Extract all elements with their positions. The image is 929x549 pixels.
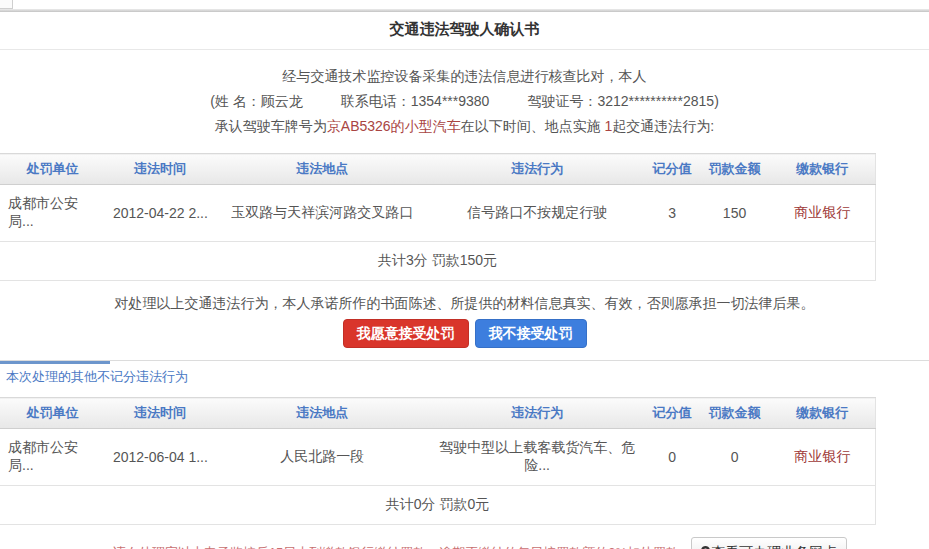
commitment-statement: 对处理以上交通违法行为，本人承诺所作的书面陈述、所提供的材料信息真实、有效，否则… — [0, 281, 929, 319]
intro-text: 经与交通技术监控设备采集的违法信息进行核查比对，本人 (姓 名：顾云龙联系电话：… — [0, 50, 929, 139]
table-summary: 共计3分 罚款150元 — [0, 242, 876, 281]
view-branches-button[interactable]: 查看可办理业务网点 — [691, 537, 847, 549]
column-header-bank: 缴款银行 — [770, 154, 876, 185]
license-label: 驾驶证号： — [527, 93, 597, 109]
table-header-row: 处罚单位 违法时间 违法地点 违法行为 记分值 罚款金额 缴款银行 — [0, 398, 876, 429]
column-header-points: 记分值 — [645, 154, 700, 185]
phone-label: 联系电话： — [341, 93, 411, 109]
bank-link[interactable]: 商业银行 — [794, 204, 850, 220]
other-violation-table: 处罚单位 违法时间 违法地点 违法行为 记分值 罚款金额 缴款银行 成都市公安局… — [0, 397, 876, 525]
page-title: 交通违法驾驶人确认书 — [0, 12, 929, 50]
intro-line-2: (姓 名：顾云龙联系电话：1354***9380驾驶证号：3212*******… — [0, 89, 929, 114]
cell-location: 人民北路一段 — [215, 429, 430, 486]
table-row: 成都市公安局... 2012-04-22 2... 玉双路与天祥滨河路交叉路口 … — [0, 185, 876, 242]
cell-bank: 商业银行 — [770, 185, 876, 242]
intro-line-1: 经与交通技术监控设备采集的违法信息进行核查比对，本人 — [0, 64, 929, 89]
column-header-points: 记分值 — [645, 398, 700, 429]
driver-phone: 1354***9380 — [411, 93, 490, 109]
column-header-location: 违法地点 — [215, 398, 430, 429]
table-row: 成都市公安局... 2012-06-04 1... 人民北路一段 驾驶中型以上载… — [0, 429, 876, 486]
bank-link[interactable]: 商业银行 — [794, 448, 850, 464]
violation-table: 处罚单位 违法时间 违法地点 违法行为 记分值 罚款金额 缴款银行 成都市公安局… — [0, 153, 876, 281]
driver-name: 顾云龙 — [261, 93, 303, 109]
column-header-fine: 罚款金额 — [700, 398, 770, 429]
name-label: (姓 名： — [210, 93, 261, 109]
cell-time: 2012-06-04 1... — [105, 429, 215, 486]
plate-number: 京AB5326的 — [327, 118, 405, 134]
table-summary-row: 共计3分 罚款150元 — [0, 242, 876, 281]
column-header-time: 违法时间 — [105, 398, 215, 429]
table-header-row: 处罚单位 违法时间 违法地点 违法行为 记分值 罚款金额 缴款银行 — [0, 154, 876, 185]
action-buttons: 我愿意接受处罚我不接受处罚 — [0, 319, 929, 360]
other-violations-tab[interactable]: 本次处理的其他不记分违法行为 — [0, 364, 188, 391]
column-header-fine: 罚款金额 — [700, 154, 770, 185]
payment-notice-bar: 请在处理完以上电子监控后15日内到缴款银行缴纳罚款；逾期不缴纳的每日按罚款额的3… — [85, 529, 875, 549]
cell-fine: 0 — [700, 429, 770, 486]
table-summary-row: 共计0分 罚款0元 — [0, 486, 876, 525]
column-header-behavior: 违法行为 — [430, 154, 645, 185]
cell-time: 2012-04-22 2... — [105, 185, 215, 242]
cell-points: 3 — [645, 185, 700, 242]
cell-points: 0 — [645, 429, 700, 486]
accept-penalty-button[interactable]: 我愿意接受处罚 — [343, 319, 469, 348]
cell-bank: 商业银行 — [770, 429, 876, 486]
table-summary: 共计0分 罚款0元 — [0, 486, 876, 525]
column-header-behavior: 违法行为 — [430, 398, 645, 429]
payment-notice: 请在处理完以上电子监控后15日内到缴款银行缴纳罚款；逾期不缴纳的每日按罚款额的3… — [113, 545, 679, 549]
intro-line-3: 承认驾驶车牌号为京AB5326的小型汽车在以下时间、地点实施 1起交通违法行为: — [0, 114, 929, 139]
cell-unit: 成都市公安局... — [0, 429, 105, 486]
column-header-bank: 缴款银行 — [770, 398, 876, 429]
confirmation-panel: 交通违法驾驶人确认书 经与交通技术监控设备采集的违法信息进行核查比对，本人 (姓… — [0, 12, 929, 361]
reject-penalty-button[interactable]: 我不接受处罚 — [475, 319, 587, 348]
column-header-unit: 处罚单位 — [0, 398, 105, 429]
column-header-time: 违法时间 — [105, 154, 215, 185]
column-header-unit: 处罚单位 — [0, 154, 105, 185]
corner-fragment — [0, 0, 13, 9]
driver-license: 3212**********2815) — [597, 93, 718, 109]
vehicle-type: 小型汽车 — [405, 118, 461, 134]
cell-behavior: 信号路口不按规定行驶 — [430, 185, 645, 242]
column-header-location: 违法地点 — [215, 154, 430, 185]
cell-location: 玉双路与天祥滨河路交叉路口 — [215, 185, 430, 242]
cell-fine: 150 — [700, 185, 770, 242]
cell-unit: 成都市公安局... — [0, 185, 105, 242]
cell-behavior: 驾驶中型以上载客载货汽车、危险... — [430, 429, 645, 486]
